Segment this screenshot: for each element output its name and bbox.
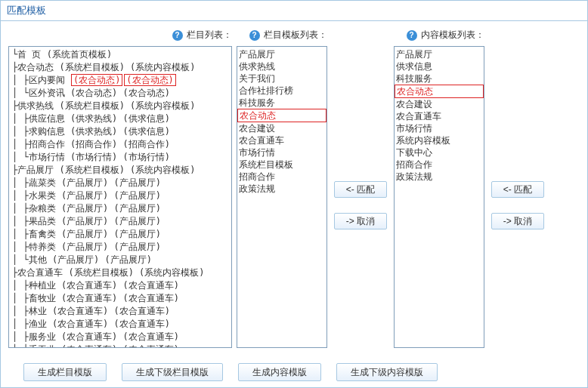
list-item[interactable]: 合作社排行榜 (237, 85, 326, 97)
tree-row[interactable]: │ ├种植业 (农合直通车) (农合直通车) (9, 279, 231, 292)
list-item[interactable]: 系统栏目模板 (237, 159, 326, 171)
tree-row[interactable]: │ ├手工业 (农合直通车) (农合直通车) (9, 343, 231, 348)
gen-column-template-button[interactable]: 生成栏目模版 (23, 363, 107, 381)
list-item[interactable]: 农合动态 (237, 109, 326, 122)
tree-row[interactable]: │ ├畜牧业 (农合直通车) (农合直通车) (9, 292, 231, 305)
tree-row[interactable]: │ └市场行情 (市场行情) (市场行情) (9, 151, 231, 164)
column-template-listbox[interactable]: 产品展厅供求热线关于我们合作社排行榜科技服务农合动态农合建设农合直通车市场行情系… (237, 46, 327, 348)
match-button-2[interactable]: <- 匹配 (491, 181, 544, 198)
gen-sub-content-template-button[interactable]: 生成下级内容模版 (336, 363, 438, 381)
list-item[interactable]: 供求热线 (237, 60, 326, 72)
list-item[interactable]: 科技服务 (395, 72, 484, 85)
tree-row[interactable]: │ ├蔬菜类 (产品展厅) (产品展厅) (9, 177, 231, 189)
tree-row[interactable]: │ ├特养类 (产品展厅) (产品展厅) (9, 241, 231, 254)
tree-row[interactable]: │ ├渔业 (农合直通车) (农合直通车) (9, 318, 231, 331)
match-template-panel: 匹配模板 ? 栏目列表： └首 页 (系统首页模板) ├农合动态 (系统栏目模板… (0, 0, 588, 388)
gen-content-template-button[interactable]: 生成内容模版 (238, 363, 321, 381)
help-icon[interactable]: ? (249, 30, 260, 41)
tree-row[interactable]: │ ├求购信息 (供求热线) (供求信息) (9, 125, 231, 138)
help-icon[interactable]: ? (407, 30, 417, 41)
tree-row[interactable]: │ ├果品类 (产品展厅) (产品展厅) (9, 215, 231, 228)
tree-row[interactable]: ├农合直通车 (系统栏目模板) (系统内容模板) (9, 266, 231, 279)
right-header: ? 内容模板列表： (394, 26, 484, 46)
tree-row[interactable]: │ ├供应信息 (供求热线) (供求信息) (9, 112, 231, 125)
tree-row[interactable]: └首 页 (系统首页模板) (9, 48, 231, 61)
tree-row[interactable]: │ ├杂粮类 (产品展厅) (产品展厅) (9, 202, 231, 215)
tree-row[interactable]: ├供求热线 (系统栏目模板) (系统内容模板) (9, 100, 231, 112)
cancel-button-2[interactable]: -> 取消 (491, 213, 544, 229)
list-item[interactable]: 农合建设 (237, 122, 326, 134)
list-item[interactable]: 招商合作 (237, 171, 326, 183)
gen-sub-column-template-button[interactable]: 生成下级栏目模版 (122, 363, 223, 381)
tree-row[interactable]: │ ├区内要闻 (农合动态)(农合动态) (9, 74, 231, 87)
list-item[interactable]: 市场行情 (395, 122, 484, 134)
list-item[interactable]: 农合动态 (395, 85, 484, 98)
list-item[interactable]: 政策法规 (395, 171, 484, 183)
left-header: ? 栏目列表： (8, 26, 232, 46)
list-item[interactable]: 下载中心 (395, 146, 484, 159)
tree-row[interactable]: │ └其他 (产品展厅) (产品展厅) (9, 254, 231, 266)
left-header-label: 栏目列表： (187, 29, 232, 40)
tree-row[interactable]: │ ├水果类 (产品展厅) (产品展厅) (9, 189, 231, 202)
tree-row[interactable]: ├产品展厅 (系统栏目模板) (系统内容模板) (9, 164, 231, 177)
list-item[interactable]: 农合直通车 (395, 110, 484, 122)
list-item[interactable]: 农合建设 (395, 98, 484, 110)
mid-header: ? 栏目模板列表： (237, 26, 327, 46)
list-item[interactable]: 产品展厅 (395, 48, 484, 60)
content-template-listbox[interactable]: 产品展厅供求信息科技服务农合动态农合建设农合直通车市场行情系统内容模板下载中心招… (394, 46, 484, 348)
list-item[interactable]: 市场行情 (237, 146, 326, 159)
panel-title: 匹配模板 (1, 1, 587, 20)
cancel-button-1[interactable]: -> 取消 (334, 213, 387, 229)
right-header-label: 内容模板列表： (421, 29, 484, 40)
tree-row[interactable]: │ ├招商合作 (招商合作) (招商合作) (9, 138, 231, 151)
tree-row[interactable]: │ ├林业 (农合直通车) (农合直通车) (9, 305, 231, 318)
list-item[interactable]: 系统内容模板 (395, 134, 484, 146)
help-icon[interactable]: ? (172, 30, 183, 41)
list-item[interactable]: 产品展厅 (237, 48, 326, 60)
tree-row[interactable]: │ └区外资讯 (农合动态) (农合动态) (9, 87, 231, 100)
column-tree-listbox[interactable]: └首 页 (系统首页模板) ├农合动态 (系统栏目模板) (系统内容模板) │ … (8, 46, 232, 348)
mid-header-label: 栏目模板列表： (264, 29, 327, 40)
list-item[interactable]: 农合直通车 (237, 134, 326, 146)
list-item[interactable]: 科技服务 (237, 97, 326, 109)
list-item[interactable]: 政策法规 (237, 183, 326, 195)
tree-row[interactable]: │ ├服务业 (农合直通车) (农合直通车) (9, 331, 231, 343)
match-button-1[interactable]: <- 匹配 (334, 181, 387, 198)
list-item[interactable]: 招商合作 (395, 159, 484, 171)
tree-row[interactable]: ├农合动态 (系统栏目模板) (系统内容模板) (9, 61, 231, 74)
tree-row[interactable]: │ ├畜禽类 (产品展厅) (产品展厅) (9, 228, 231, 241)
list-item[interactable]: 关于我们 (237, 72, 326, 85)
list-item[interactable]: 供求信息 (395, 60, 484, 72)
